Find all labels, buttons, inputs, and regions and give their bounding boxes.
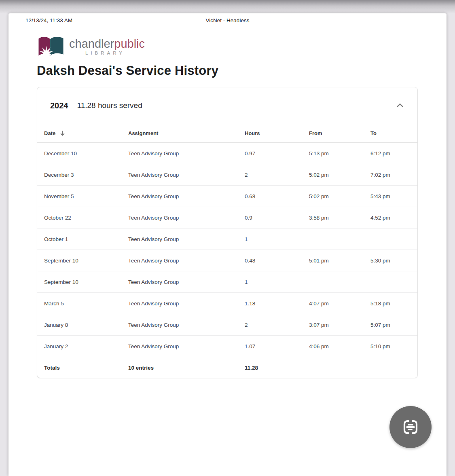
cell-hours: 2 bbox=[245, 172, 309, 178]
cell-to: 5:30 pm bbox=[370, 258, 411, 264]
year-label: 2024 bbox=[50, 101, 68, 110]
print-header: 12/13/24, 11:33 AM VicNet - Headless bbox=[8, 17, 447, 25]
cell-to: 6:12 pm bbox=[370, 150, 411, 157]
column-header-date[interactable]: Date bbox=[44, 130, 128, 137]
totals-hours: 11.28 bbox=[245, 365, 309, 371]
cell-assignment: Teen Advisory Group bbox=[128, 150, 245, 157]
cell-assignment: Teen Advisory Group bbox=[128, 172, 245, 178]
cell-assignment: Teen Advisory Group bbox=[128, 215, 245, 221]
table-header-row: Date Assignment Hours From To bbox=[37, 124, 417, 143]
cell-from: 3:58 pm bbox=[309, 215, 370, 221]
column-header-hours: Hours bbox=[245, 130, 309, 136]
cell-to: 5:43 pm bbox=[370, 193, 411, 199]
cell-assignment: Teen Advisory Group bbox=[128, 193, 245, 199]
totals-label: Totals bbox=[44, 365, 128, 371]
year-2024-panel: 2024 11.28 hours served Date Assignment … bbox=[37, 87, 418, 378]
cell-hours: 0.97 bbox=[245, 150, 309, 157]
cell-hours: 1.07 bbox=[245, 343, 309, 349]
printed-page: 12/13/24, 11:33 AM VicNet - Headless cha… bbox=[8, 13, 447, 476]
cell-from: 5:13 pm bbox=[309, 150, 370, 157]
cell-to: 5:07 pm bbox=[370, 322, 411, 328]
cell-hours: 0.68 bbox=[245, 193, 309, 199]
cell-date: September 10 bbox=[44, 258, 128, 264]
table-row: October 22 Teen Advisory Group 0.9 3:58 … bbox=[37, 207, 417, 228]
table-row: September 10 Teen Advisory Group 1 bbox=[37, 271, 417, 293]
logo-wordmark: chandlerpublic LIBRARY bbox=[69, 35, 145, 55]
chevron-up-icon bbox=[395, 100, 405, 111]
table-row: January 8 Teen Advisory Group 2 3:07 pm … bbox=[37, 314, 417, 336]
cell-assignment: Teen Advisory Group bbox=[128, 343, 245, 349]
table-row: December 3 Teen Advisory Group 2 5:02 pm… bbox=[37, 164, 417, 186]
table-row: September 10 Teen Advisory Group 0.48 5:… bbox=[37, 250, 417, 271]
print-page-title: VicNet - Headless bbox=[8, 17, 447, 23]
cell-date: October 1 bbox=[44, 236, 128, 242]
scan-text-fab[interactable] bbox=[389, 406, 432, 448]
logo-word-chandler: chandler bbox=[69, 37, 114, 50]
table-body: December 10 Teen Advisory Group 0.97 5:1… bbox=[37, 143, 417, 357]
table-row: October 1 Teen Advisory Group 1 bbox=[37, 228, 417, 250]
cell-hours: 1 bbox=[245, 279, 309, 285]
cell-assignment: Teen Advisory Group bbox=[128, 236, 245, 242]
cell-date: October 22 bbox=[44, 215, 128, 221]
table-row: January 2 Teen Advisory Group 1.07 4:06 … bbox=[37, 336, 417, 357]
table-row: December 10 Teen Advisory Group 0.97 5:1… bbox=[37, 143, 417, 164]
cell-from: 5:02 pm bbox=[309, 193, 370, 199]
cell-from: 3:07 pm bbox=[309, 322, 370, 328]
totals-row: Totals 10 entries 11.28 bbox=[37, 357, 417, 378]
collapse-2024-button[interactable] bbox=[393, 99, 407, 112]
page-title: Daksh Desai's Service History bbox=[37, 63, 218, 78]
logo-word-public: public bbox=[114, 37, 145, 50]
cell-date: November 5 bbox=[44, 193, 128, 199]
scan-text-icon bbox=[401, 417, 420, 437]
year-2024-header[interactable]: 2024 11.28 hours served bbox=[37, 87, 417, 124]
cell-to: 7:02 pm bbox=[370, 172, 411, 178]
cell-hours: 1 bbox=[245, 236, 309, 242]
cell-assignment: Teen Advisory Group bbox=[128, 279, 245, 285]
cell-to: 5:18 pm bbox=[370, 300, 411, 307]
cell-from: 4:07 pm bbox=[309, 300, 370, 307]
cell-date: December 3 bbox=[44, 172, 128, 178]
column-header-to: To bbox=[370, 130, 411, 136]
cell-hours: 0.48 bbox=[245, 258, 309, 264]
cell-to: 4:52 pm bbox=[370, 215, 411, 221]
logo-word-library: LIBRARY bbox=[85, 51, 145, 55]
cell-assignment: Teen Advisory Group bbox=[128, 322, 245, 328]
cell-hours: 0.9 bbox=[245, 215, 309, 221]
cell-date: March 5 bbox=[44, 300, 128, 307]
cell-date: January 8 bbox=[44, 322, 128, 328]
cell-assignment: Teen Advisory Group bbox=[128, 300, 245, 307]
cell-date: December 10 bbox=[44, 150, 128, 157]
totals-entries: 10 entries bbox=[128, 365, 245, 371]
column-header-assignment: Assignment bbox=[128, 130, 245, 136]
cell-from: 4:06 pm bbox=[309, 343, 370, 349]
table-row: March 5 Teen Advisory Group 1.18 4:07 pm… bbox=[37, 293, 417, 314]
cell-hours: 1.18 bbox=[245, 300, 309, 307]
cell-date: January 2 bbox=[44, 343, 128, 349]
sort-arrow-down-icon[interactable] bbox=[59, 130, 66, 137]
screenshot-top-band bbox=[0, 0, 455, 13]
year-summary: 11.28 hours served bbox=[77, 101, 394, 110]
column-header-from: From bbox=[309, 130, 370, 136]
cell-date: September 10 bbox=[44, 279, 128, 285]
table-row: November 5 Teen Advisory Group 0.68 5:02… bbox=[37, 186, 417, 207]
cell-from: 5:02 pm bbox=[309, 172, 370, 178]
open-book-star-icon bbox=[37, 35, 65, 61]
cell-hours: 2 bbox=[245, 322, 309, 328]
cell-assignment: Teen Advisory Group bbox=[128, 258, 245, 264]
library-logo: chandlerpublic LIBRARY bbox=[37, 35, 145, 61]
cell-from: 5:01 pm bbox=[309, 258, 370, 264]
cell-to: 5:10 pm bbox=[370, 343, 411, 349]
